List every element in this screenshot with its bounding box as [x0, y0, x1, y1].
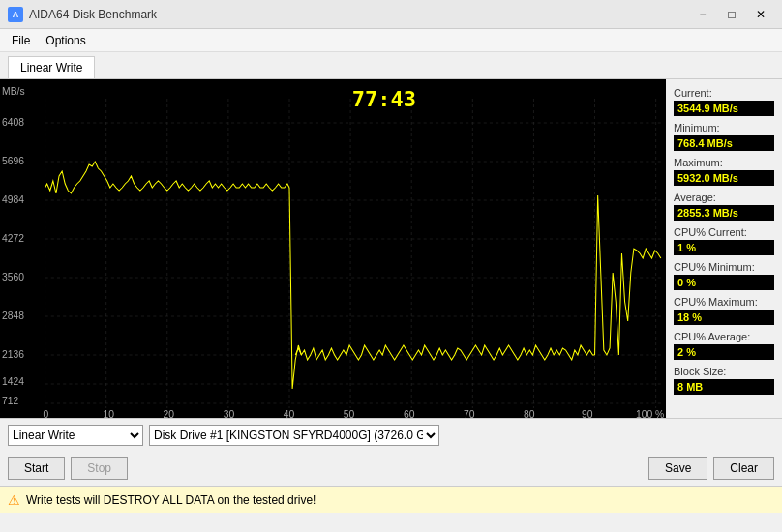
- menu-file[interactable]: File: [4, 32, 38, 49]
- chart-line-segment2: [295, 345, 594, 360]
- x-label-20: 20: [164, 409, 175, 418]
- maximize-button[interactable]: □: [718, 4, 745, 25]
- x-label-100: 100 %: [636, 409, 664, 418]
- y-label-4272: 4272: [2, 233, 24, 244]
- y-label-2136: 2136: [2, 349, 24, 360]
- chart-line-spike: [595, 195, 661, 355]
- cpu-minimum-value: 0 %: [674, 275, 774, 290]
- stop-button[interactable]: Stop: [71, 457, 128, 480]
- menu-bar: File Options: [0, 29, 782, 52]
- current-label: Current:: [674, 87, 774, 99]
- x-label-0: 0: [43, 409, 48, 418]
- close-button[interactable]: ✕: [747, 4, 774, 25]
- minimum-value: 768.4 MB/s: [674, 135, 774, 151]
- warning-icon: ⚠: [8, 492, 20, 508]
- start-button[interactable]: Start: [8, 457, 65, 480]
- y-label-2848: 2848: [2, 310, 24, 321]
- controls-row: Linear Write Disk Drive #1 [KINGSTON SFY…: [0, 418, 782, 451]
- x-label-30: 30: [224, 409, 235, 418]
- tab-linear-write[interactable]: Linear Write: [8, 56, 95, 78]
- x-label-80: 80: [524, 409, 535, 418]
- button-row: Start Stop Save Clear: [0, 451, 782, 486]
- cpu-current-value: 1 %: [674, 240, 774, 255]
- minimum-label: Minimum:: [674, 122, 774, 133]
- chart-line-segment1: [45, 162, 289, 193]
- timer-display: 77:43: [352, 87, 416, 111]
- window-title: AIDA64 Disk Benchmark: [29, 8, 689, 21]
- cpu-minimum-label: CPU% Minimum:: [674, 261, 774, 273]
- window-controls: − □ ✕: [689, 4, 774, 25]
- menu-options[interactable]: Options: [38, 32, 93, 49]
- y-label-6408: 6408: [2, 117, 24, 128]
- chart-line-drop: [289, 188, 301, 389]
- main-area: 77:43 6408 5696 4984 4272 3560 2848 2136…: [0, 79, 782, 418]
- x-label-70: 70: [464, 409, 475, 418]
- x-label-40: 40: [284, 409, 295, 418]
- cpu-average-value: 2 %: [674, 344, 774, 360]
- average-value: 2855.3 MB/s: [674, 205, 774, 221]
- x-label-60: 60: [404, 409, 415, 418]
- x-label-50: 50: [344, 409, 355, 418]
- cpu-maximum-label: CPU% Maximum:: [674, 296, 774, 308]
- y-axis-unit: MB/s: [2, 86, 25, 97]
- warning-text: Write tests will DESTROY ALL DATA on the…: [26, 493, 316, 507]
- y-label-3560: 3560: [2, 272, 24, 282]
- maximum-label: Maximum:: [674, 157, 774, 168]
- app-icon: A: [8, 7, 23, 22]
- cpu-average-label: CPU% Average:: [674, 331, 774, 342]
- y-label-1424: 1424: [2, 376, 24, 387]
- x-label-90: 90: [582, 409, 593, 418]
- chart-svg: 6408 5696 4984 4272 3560 2848 2136 1424 …: [0, 79, 666, 418]
- chart-area: 77:43 6408 5696 4984 4272 3560 2848 2136…: [0, 79, 666, 418]
- disk-drive-dropdown[interactable]: Disk Drive #1 [KINGSTON SFYRD4000G] (372…: [149, 425, 439, 446]
- test-type-dropdown[interactable]: Linear Write: [8, 425, 143, 446]
- maximum-value: 5932.0 MB/s: [674, 170, 774, 186]
- block-size-value: 8 MB: [674, 379, 774, 395]
- title-bar: A AIDA64 Disk Benchmark − □ ✕: [0, 0, 782, 29]
- y-label-712: 712: [2, 396, 19, 406]
- y-label-4984: 4984: [2, 194, 24, 205]
- block-size-label: Block Size:: [674, 366, 774, 377]
- clear-button[interactable]: Clear: [713, 457, 774, 480]
- current-value: 3544.9 MB/s: [674, 101, 774, 116]
- minimize-button[interactable]: −: [689, 4, 716, 25]
- save-button[interactable]: Save: [648, 457, 707, 480]
- tab-bar: Linear Write: [0, 52, 782, 79]
- stats-panel: Current: 3544.9 MB/s Minimum: 768.4 MB/s…: [666, 79, 782, 418]
- cpu-maximum-value: 18 %: [674, 310, 774, 325]
- x-label-10: 10: [104, 409, 115, 418]
- average-label: Average:: [674, 192, 774, 203]
- y-label-5696: 5696: [2, 156, 24, 166]
- cpu-current-label: CPU% Current:: [674, 226, 774, 238]
- warning-bar: ⚠ Write tests will DESTROY ALL DATA on t…: [0, 486, 782, 513]
